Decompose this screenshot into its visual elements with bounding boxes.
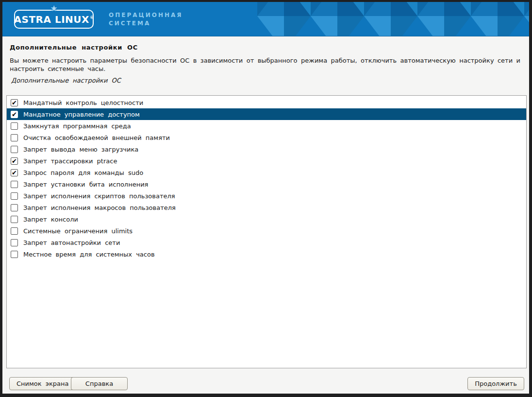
option-row[interactable]: Запрет установки бита исполнения — [7, 178, 526, 190]
option-label: Запрет вывода меню загрузчика — [23, 146, 138, 153]
checkbox-icon[interactable] — [11, 181, 18, 188]
checkbox-icon[interactable] — [11, 239, 18, 246]
checkbox-icon[interactable] — [11, 122, 18, 130]
option-row[interactable]: Мандатный контроль целостности — [7, 97, 526, 108]
checkbox-icon[interactable] — [11, 157, 18, 165]
checkbox-icon[interactable] — [11, 134, 18, 141]
header-subtitle-line2: СИСТЕМА — [109, 19, 183, 28]
option-row[interactable]: Очистка освобождаемой внешней памяти — [7, 132, 526, 143]
option-row[interactable]: Запрет автонастройки сети — [7, 237, 526, 248]
registered-mark: ® — [90, 16, 94, 20]
options-list: Мандатный контроль целостности Мандатное… — [6, 95, 527, 368]
option-label: Запрет автонастройки сети — [23, 239, 120, 246]
checkbox-icon[interactable] — [11, 99, 18, 106]
page-title: Дополнительные настройки ОС — [10, 44, 522, 51]
header-banner: ★ ASTRA LINUX® ОПЕРАЦИОННАЯ СИСТЕМА — [2, 2, 529, 36]
option-row[interactable]: Запрет вывода меню загрузчика — [7, 143, 526, 155]
checkbox-icon[interactable] — [11, 227, 18, 235]
checkbox-icon[interactable] — [11, 216, 18, 223]
option-row[interactable]: Замкнутая программная среда — [7, 120, 526, 132]
checkbox-icon[interactable] — [11, 204, 18, 211]
header-subtitle-line1: ОПЕРАЦИОННАЯ — [109, 11, 183, 19]
astra-linux-logo: ★ ASTRA LINUX® — [14, 10, 94, 29]
page-description: Вы можете настроить параметры безопаснос… — [10, 56, 520, 73]
star-icon: ★ — [50, 4, 57, 13]
option-label: Запрос пароля для команды sudo — [23, 169, 143, 176]
option-label: Запрет установки бита исполнения — [23, 181, 148, 188]
checkbox-icon[interactable] — [11, 169, 18, 176]
checkbox-icon[interactable] — [11, 251, 18, 258]
option-label: Мандатный контроль целостности — [23, 99, 143, 106]
screenshot-button[interactable]: Снимок экрана — [9, 377, 76, 390]
checkbox-icon[interactable] — [11, 146, 18, 153]
option-label: Запрет исполнения макросов пользователя — [23, 204, 176, 211]
checkbox-icon[interactable] — [11, 192, 18, 200]
checkbox-icon[interactable] — [11, 111, 18, 118]
option-label: Очистка освобождаемой внешней памяти — [23, 134, 170, 141]
option-row[interactable]: Запрет исполнения скриптов пользователя — [7, 190, 526, 202]
option-row[interactable]: Мандатное управление доступом — [7, 108, 526, 120]
option-label: Запрет трассировки ptrace — [23, 157, 117, 165]
option-label: Запрет консоли — [23, 216, 78, 223]
continue-button[interactable]: Продолжить — [467, 377, 524, 390]
logo-text: ASTRA LINUX® — [14, 14, 94, 25]
option-row[interactable]: Запрос пароля для команды sudo — [7, 167, 526, 178]
option-row[interactable]: Системные ограничения ulimits — [7, 225, 526, 237]
option-label: Местное время для системных часов — [23, 251, 155, 258]
options-list-caption: Дополнительные настройки ОС — [11, 77, 522, 84]
option-row[interactable]: Запрет трассировки ptrace — [7, 155, 526, 167]
option-label: Замкнутая программная среда — [23, 122, 131, 130]
option-label: Мандатное управление доступом — [23, 111, 140, 118]
header-diamond-pattern — [257, 2, 529, 36]
option-row[interactable]: Запрет исполнения макросов пользователя — [7, 202, 526, 213]
option-row[interactable]: Местное время для системных часов — [7, 248, 526, 260]
header-subtitle: ОПЕРАЦИОННАЯ СИСТЕМА — [109, 11, 183, 28]
option-label: Системные ограничения ulimits — [23, 227, 133, 235]
option-row[interactable]: Запрет консоли — [7, 213, 526, 225]
help-button[interactable]: Справка — [71, 377, 128, 390]
installer-window: ★ ASTRA LINUX® ОПЕРАЦИОННАЯ СИСТЕМА Допо… — [0, 0, 532, 397]
option-label: Запрет исполнения скриптов пользователя — [23, 192, 175, 200]
